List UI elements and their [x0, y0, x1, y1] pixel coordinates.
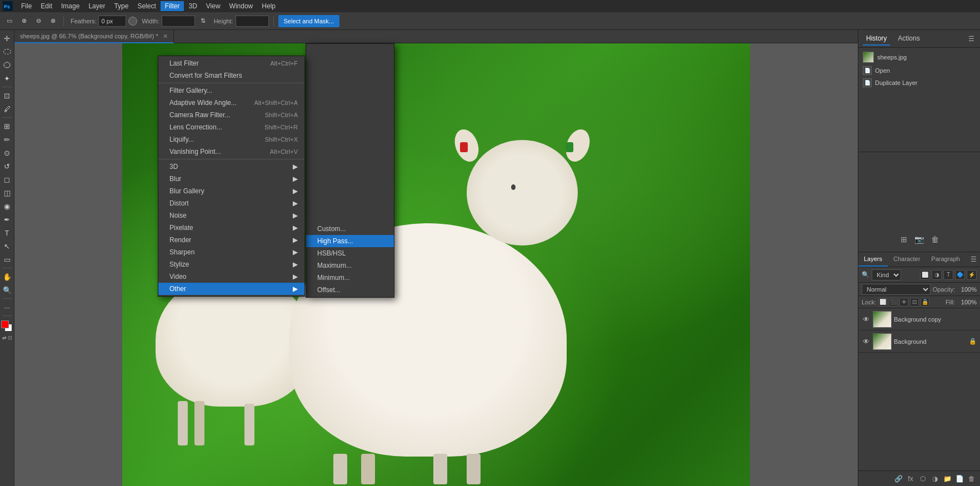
tool-brush[interactable]: ✏: [1, 133, 13, 146]
foreground-color-swatch[interactable]: [1, 320, 9, 328]
paragraph-tab[interactable]: Paragraph: [926, 252, 965, 267]
anti-alias-btn[interactable]: [128, 17, 137, 26]
menu-window[interactable]: Window: [225, 1, 258, 11]
menu-filter[interactable]: Filter: [161, 1, 184, 11]
height-input[interactable]: [236, 16, 269, 27]
swap-btn[interactable]: ⇅: [197, 15, 209, 27]
history-tab[interactable]: History: [863, 32, 890, 46]
blend-mode-select[interactable]: Normal: [862, 284, 931, 295]
menu-file[interactable]: File: [17, 1, 36, 11]
tool-mode-btn4[interactable]: ⊗: [47, 15, 59, 27]
other-high-pass[interactable]: High Pass...: [306, 235, 394, 247]
panel-btn-1[interactable]: ⊞: [898, 234, 909, 245]
lock-pixel-icon[interactable]: ⬜: [878, 298, 887, 307]
add-style-btn[interactable]: fx: [906, 474, 916, 484]
filter-icon-smart[interactable]: ⚡: [967, 270, 977, 280]
tool-eraser[interactable]: ◻: [1, 173, 13, 186]
menu-image[interactable]: Image: [57, 1, 84, 11]
tool-magic-wand[interactable]: ✦: [1, 72, 13, 84]
filter-render[interactable]: Render ▶: [158, 234, 304, 246]
menu-3d[interactable]: 3D: [184, 1, 201, 11]
filter-lens-correction[interactable]: Lens Correction... Shift+Ctrl+R: [158, 121, 304, 133]
tool-gradient[interactable]: ◫: [1, 187, 13, 199]
filter-pixelate[interactable]: Pixelate ▶: [158, 222, 304, 234]
link-layers-btn[interactable]: 🔗: [893, 474, 903, 484]
tool-shape[interactable]: ▭: [1, 253, 13, 265]
other-offset[interactable]: Offset...: [306, 284, 394, 296]
lock-gradient-icon[interactable]: ⬛: [889, 298, 898, 307]
layer-bg-copy-visibility[interactable]: 👁: [862, 315, 871, 324]
filter-3d[interactable]: 3D ▶: [158, 161, 304, 173]
menu-select[interactable]: Select: [133, 1, 160, 11]
other-custom[interactable]: Custom...: [306, 223, 394, 235]
filter-icon-type[interactable]: T: [943, 270, 953, 280]
add-mask-btn[interactable]: ⬡: [918, 474, 928, 484]
filter-blur-gallery[interactable]: Blur Gallery ▶: [158, 185, 304, 197]
filter-vanishing-point[interactable]: Vanishing Point... Alt+Ctrl+V: [158, 146, 304, 158]
lock-move-icon[interactable]: ✛: [899, 298, 908, 307]
filter-adaptive-wide[interactable]: Adaptive Wide Angle... Alt+Shift+Ctrl+A: [158, 97, 304, 109]
filter-liquify[interactable]: Liquify... Shift+Ctrl+X: [158, 133, 304, 146]
new-layer-btn[interactable]: 📄: [954, 474, 964, 484]
filter-stylize[interactable]: Stylize ▶: [158, 258, 304, 270]
delete-layer-btn[interactable]: 🗑: [967, 474, 977, 484]
tool-patch[interactable]: ⊞: [1, 120, 13, 132]
filter-icon-adjust[interactable]: ◑: [932, 270, 942, 280]
filter-convert-smart[interactable]: Convert for Smart Filters: [158, 69, 304, 82]
tool-crop[interactable]: ⊡: [1, 89, 13, 102]
feathers-input[interactable]: [98, 16, 126, 27]
tool-path-select[interactable]: ↖: [1, 240, 13, 252]
tool-mode-btn2[interactable]: ⊕: [18, 15, 30, 27]
tool-history-brush[interactable]: ↺: [1, 160, 13, 172]
layer-bg-visibility[interactable]: 👁: [862, 337, 871, 346]
menu-layer[interactable]: Layer: [84, 1, 109, 11]
layer-background-copy[interactable]: 👁 Background copy: [858, 308, 980, 330]
filter-noise[interactable]: Noise ▶: [158, 209, 304, 222]
filter-blur[interactable]: Blur ▶: [158, 173, 304, 185]
tool-eyedropper[interactable]: [1, 103, 13, 115]
filter-gallery[interactable]: Filter Gallery...: [158, 84, 304, 97]
tool-zoom[interactable]: 🔍: [1, 284, 13, 296]
filter-last-filter[interactable]: Last Filter Alt+Ctrl+F: [158, 57, 304, 69]
tool-move[interactable]: ✛: [1, 32, 13, 44]
new-fill-btn[interactable]: ◑: [930, 474, 940, 484]
history-panel-menu-icon[interactable]: ☰: [967, 34, 976, 43]
tool-hand[interactable]: ✋: [1, 270, 13, 283]
lock-artboard-icon[interactable]: ⊡: [910, 298, 919, 307]
other-maximum[interactable]: Maximum...: [306, 259, 394, 272]
tool-mode-rect[interactable]: ▭: [3, 15, 16, 27]
other-minimum[interactable]: Minimum...: [306, 272, 394, 284]
menu-help[interactable]: Help: [257, 1, 280, 11]
panel-btn-2[interactable]: 📷: [914, 234, 925, 245]
character-tab[interactable]: Character: [888, 252, 926, 267]
menu-edit[interactable]: Edit: [36, 1, 57, 11]
tool-more[interactable]: ···: [1, 301, 13, 313]
history-filename-item[interactable]: sheeps.jpg: [858, 50, 980, 64]
history-duplicate-layer-item[interactable]: 📄 Duplicate Layer: [858, 77, 980, 89]
document-tab[interactable]: sheeps.jpg @ 66.7% (Background copy, RGB…: [14, 30, 174, 43]
panel-btn-3[interactable]: 🗑: [929, 234, 941, 245]
filter-other[interactable]: Other ▶: [158, 283, 304, 295]
filter-camera-raw[interactable]: Camera Raw Filter... Shift+Ctrl+A: [158, 109, 304, 121]
actions-tab[interactable]: Actions: [894, 32, 923, 46]
tool-marquee[interactable]: [1, 46, 13, 58]
layer-background[interactable]: 👁 Background 🔒: [858, 330, 980, 353]
swap-colors-btn[interactable]: ⇄: [2, 335, 7, 340]
filter-sharpen[interactable]: Sharpen ▶: [158, 246, 304, 258]
tool-pen[interactable]: ✒: [1, 213, 13, 226]
filter-icon-pixel[interactable]: ⬜: [920, 270, 930, 280]
tool-text[interactable]: T: [1, 227, 13, 239]
tool-lasso[interactable]: [1, 59, 13, 71]
layers-panel-menu-icon[interactable]: ☰: [971, 255, 977, 263]
menu-type[interactable]: Type: [109, 1, 133, 11]
lock-all-icon[interactable]: 🔒: [921, 298, 929, 307]
other-hsb-hsl[interactable]: HSB/HSL: [306, 247, 394, 259]
default-colors-btn[interactable]: ⊡: [8, 335, 12, 340]
select-mask-button[interactable]: Select and Mask...: [278, 15, 340, 27]
tool-dodge[interactable]: ◉: [1, 200, 13, 212]
document-close[interactable]: ✕: [163, 33, 168, 40]
layer-filter-select[interactable]: Kind: [872, 269, 901, 280]
history-open-item[interactable]: 📄 Open: [858, 64, 980, 77]
layers-tab[interactable]: Layers: [858, 252, 888, 267]
tool-mode-btn3[interactable]: ⊖: [32, 15, 44, 27]
